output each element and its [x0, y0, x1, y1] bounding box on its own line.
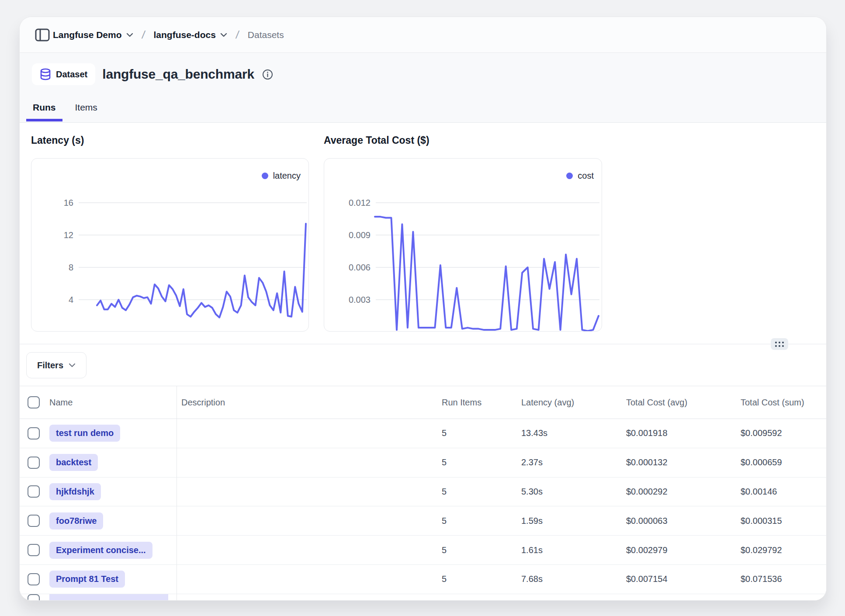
svg-text:0.003: 0.003 [349, 295, 371, 305]
latency-chart-canvas: 161284 [31, 159, 309, 332]
svg-text:0.006: 0.006 [349, 263, 371, 272]
table-body: test run demo 5 13.43s $0.001918 $0.0095… [20, 419, 826, 601]
breadcrumb-separator: / [141, 28, 145, 41]
row-checkbox[interactable] [28, 594, 40, 601]
row-checkbox[interactable] [28, 457, 40, 469]
select-all-checkbox[interactable] [28, 396, 40, 408]
cost-chart: 0.0120.0090.0060.003 cost [324, 158, 602, 332]
run-name-pill[interactable]: backtest [49, 454, 98, 471]
total-cost-avg-value: $0.002979 [626, 545, 741, 555]
total-cost-avg-value: $0.000132 [626, 457, 741, 467]
run-items-value: 5 [442, 487, 521, 497]
table-row: Prompt 81 Test 5 7.68s $0.007154 $0.0715… [20, 565, 826, 594]
legend-dot-icon [262, 173, 268, 179]
latency-avg-value: 2.37s [521, 457, 626, 467]
total-cost-sum-value: $0.071536 [741, 574, 827, 584]
legend-label: cost [578, 171, 594, 181]
legend-label: latency [273, 171, 301, 181]
svg-text:12: 12 [64, 230, 73, 240]
table-row: foo78riwe 5 1.59s $0.000063 $0.000315 [20, 506, 826, 536]
run-name-pill[interactable]: Prompt 81 Test [49, 571, 125, 588]
row-checkbox[interactable] [28, 573, 40, 585]
cost-chart-canvas: 0.0120.0090.0060.003 [324, 159, 602, 332]
run-name-pill[interactable]: hjkfdshjk [49, 483, 101, 500]
runs-table: Name Description Run Items Latency (avg)… [20, 386, 826, 601]
total-cost-sum-value: $0.029792 [741, 545, 827, 555]
tab-bar: Runs Items [32, 102, 98, 122]
row-checkbox[interactable] [28, 515, 40, 527]
breadcrumb-project-label: Langfuse Demo [53, 30, 122, 40]
latency-avg-value: 5.30s [521, 487, 626, 497]
total-cost-sum-value: $0.009592 [741, 428, 827, 438]
dataset-badge-label: Dataset [56, 69, 87, 80]
table-row: hjkfdshjk 5 5.30s $0.000292 $0.00146 [20, 478, 826, 507]
row-checkbox[interactable] [28, 485, 40, 498]
dataset-title-row: Dataset langfuse_qa_benchmark [32, 63, 273, 85]
breadcrumb-environment[interactable]: langfuse-docs [153, 30, 227, 40]
run-name-pill[interactable]: Experiment concise... [49, 542, 152, 559]
page-header: Dataset langfuse_qa_benchmark Runs Items [20, 53, 826, 123]
latency-avg-value: 1.61s [521, 545, 626, 555]
run-name-pill[interactable]: foo78riwe [49, 512, 103, 529]
table-row-partial [20, 594, 826, 601]
run-items-value: 5 [442, 545, 521, 555]
run-items-value: 5 [442, 457, 521, 467]
cost-chart-title: Average Total Cost ($) [324, 135, 429, 146]
breadcrumb: Langfuse Demo / langfuse-docs / Datasets [20, 17, 826, 53]
legend-dot-icon [566, 173, 573, 179]
page-title: langfuse_qa_benchmark [102, 67, 254, 82]
breadcrumb-section: Datasets [248, 30, 284, 40]
run-name-pill[interactable]: test run demo [49, 425, 120, 442]
tab-runs[interactable]: Runs [32, 102, 57, 122]
database-icon [40, 68, 51, 80]
dataset-badge: Dataset [32, 63, 95, 85]
total-cost-avg-value: $0.000292 [626, 487, 741, 497]
column-header-description[interactable]: Description [177, 398, 442, 408]
chevron-down-icon [69, 363, 76, 367]
latency-avg-value: 13.43s [521, 428, 626, 438]
filters-button[interactable]: Filters [26, 352, 87, 378]
latency-chart: 161284 latency [31, 158, 309, 332]
latency-avg-value: 1.59s [521, 516, 626, 526]
run-name-pill[interactable] [49, 594, 168, 601]
run-items-value: 5 [442, 574, 521, 584]
chevron-down-icon [220, 33, 227, 37]
table-header-row: Name Description Run Items Latency (avg)… [20, 386, 826, 419]
latency-avg-value: 7.68s [521, 574, 626, 584]
column-header-name[interactable]: Name [42, 386, 177, 419]
breadcrumb-project[interactable]: Langfuse Demo [53, 30, 133, 40]
column-header-latency-avg[interactable]: Latency (avg) [521, 398, 626, 408]
svg-text:0.012: 0.012 [349, 198, 371, 208]
run-items-value: 5 [442, 516, 521, 526]
run-items-value: 5 [442, 428, 521, 438]
info-button[interactable] [262, 69, 273, 80]
app-window: Langfuse Demo / langfuse-docs / Datasets… [19, 17, 827, 601]
row-checkbox[interactable] [28, 427, 40, 440]
svg-text:16: 16 [64, 198, 73, 208]
total-cost-avg-value: $0.007154 [626, 574, 741, 584]
panel-left-icon [35, 28, 50, 42]
svg-text:8: 8 [69, 263, 73, 272]
sidebar-toggle-button[interactable] [32, 24, 53, 45]
cost-chart-legend: cost [566, 171, 594, 181]
latency-chart-title: Latency (s) [31, 135, 84, 146]
column-header-total-cost-avg[interactable]: Total Cost (avg) [626, 398, 741, 408]
main-content: Latency (s) Average Total Cost ($) 16128… [20, 123, 826, 601]
section-divider [20, 344, 826, 344]
drag-dots-icon [775, 342, 777, 343]
svg-text:0.009: 0.009 [349, 230, 371, 240]
column-header-run-items[interactable]: Run Items [442, 398, 521, 408]
latency-chart-legend: latency [262, 171, 301, 181]
total-cost-avg-value: $0.000063 [626, 516, 741, 526]
row-checkbox[interactable] [28, 544, 40, 556]
chevron-down-icon [126, 33, 133, 37]
total-cost-sum-value: $0.00146 [741, 487, 827, 497]
resize-handle[interactable] [771, 338, 788, 350]
tab-items[interactable]: Items [74, 102, 98, 122]
table-row: test run demo 5 13.43s $0.001918 $0.0095… [20, 419, 826, 448]
total-cost-avg-value: $0.001918 [626, 428, 741, 438]
breadcrumb-environment-label: langfuse-docs [153, 30, 215, 40]
column-header-total-cost-sum[interactable]: Total Cost (sum) [741, 398, 827, 408]
filters-button-label: Filters [37, 360, 63, 370]
svg-text:4: 4 [69, 295, 73, 305]
